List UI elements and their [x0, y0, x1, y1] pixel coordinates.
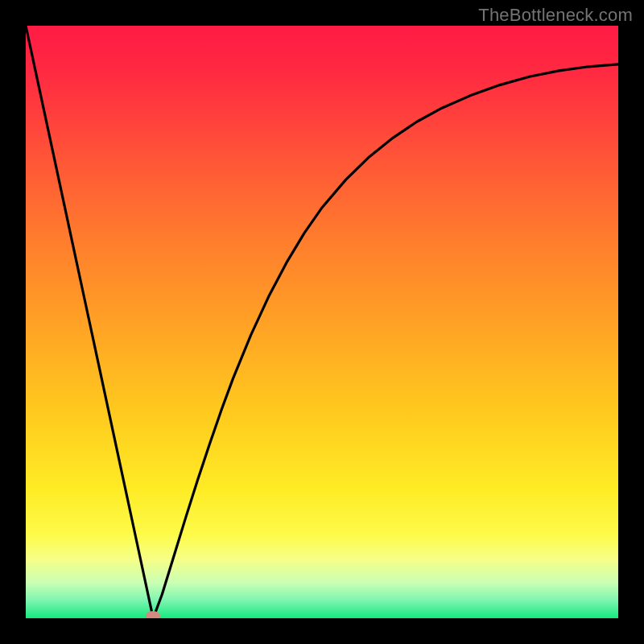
bottleneck-curve: [26, 26, 618, 618]
chart-frame: TheBottleneck.com: [0, 0, 644, 644]
plot-area: [26, 26, 618, 618]
curve-path: [26, 26, 618, 618]
optimum-marker: [146, 611, 160, 618]
watermark-text: TheBottleneck.com: [478, 5, 633, 26]
